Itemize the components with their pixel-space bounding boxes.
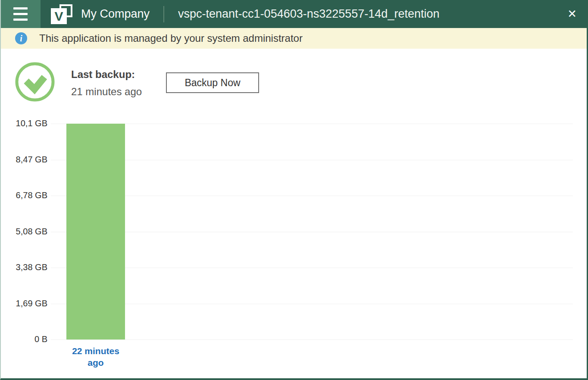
y-axis-tick-label: 3,38 GB [1,262,47,272]
gridline [51,196,573,196]
app-window: V My Company vspc-tenant-cc1-054603-ns32… [0,0,588,380]
y-axis-tick-label: 8,47 GB [1,155,47,165]
gridline [51,268,573,268]
success-check-icon [14,61,56,103]
job-title: vspc-tenant-cc1-054603-ns3225557-14d_ret… [178,7,556,21]
y-axis-tick-label: 6,78 GB [1,190,47,200]
gridline [51,124,573,124]
close-button[interactable]: ✕ [556,0,588,28]
y-axis-tick-label: 1,69 GB [1,299,47,308]
hamburger-icon [13,13,28,15]
gridline [51,160,573,160]
y-axis-tick-label: 0 B [1,334,47,344]
last-backup-label: Last backup: [71,69,142,81]
veeam-logo-icon: V [51,4,72,24]
menu-button[interactable] [0,0,41,28]
gridline [51,232,573,232]
managed-banner-text: This application is managed by your syst… [39,32,303,44]
info-icon: i [15,32,27,44]
managed-banner: i This application is managed by your sy… [1,28,587,49]
y-axis-tick-label: 10,1 GB [1,118,47,128]
company-name: My Company [81,7,150,21]
logo-letter: V [51,8,67,24]
backup-status: Last backup: 21 minutes ago [71,69,142,98]
gridline [51,304,573,304]
title-bar: V My Company vspc-tenant-cc1-054603-ns32… [0,0,588,28]
bar-category-link[interactable]: 22 minutes ago [63,345,128,368]
hamburger-icon [13,19,28,21]
gridline [51,340,573,340]
header-divider [163,6,164,22]
last-backup-time: 21 minutes ago [71,86,142,98]
restore-point-bar[interactable] [66,124,125,340]
backup-now-button[interactable]: Backup Now [166,72,259,93]
backup-size-chart: 10,1 GB8,47 GB6,78 GB5,08 GB3,38 GB1,69 … [1,119,587,374]
y-axis-tick-label: 5,08 GB [1,227,47,237]
hamburger-icon [13,7,28,9]
